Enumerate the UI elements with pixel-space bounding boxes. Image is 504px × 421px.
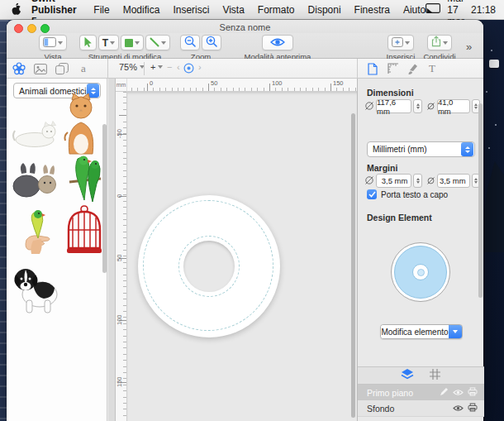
star <box>495 124 497 126</box>
sidebar-scrollbar[interactable] <box>102 124 107 273</box>
panel-scrollbar[interactable] <box>478 103 483 298</box>
menu-clock-time[interactable]: 21:18 <box>471 4 496 16</box>
chevron-down-icon <box>453 330 458 333</box>
menu-item-finestra[interactable]: Finestra <box>354 4 390 16</box>
wrap-text-checkbox-row: Porta testo a capo <box>367 189 448 199</box>
edit-element-button[interactable]: Modifica elemento <box>380 324 463 339</box>
shape-tool-button[interactable] <box>121 35 144 50</box>
tab-inspector-geometry[interactable] <box>385 62 400 75</box>
dimensions-heading: Dimensioni <box>367 88 414 98</box>
cd-template-disc[interactable] <box>138 195 280 337</box>
nav-back-button[interactable]: ‹ <box>177 62 180 72</box>
select-tool-button[interactable] <box>79 35 97 50</box>
outer-diameter-stepper[interactable] <box>413 99 421 113</box>
ruler-unit: mm <box>116 82 126 88</box>
apple-menu-icon[interactable] <box>11 3 21 16</box>
wrap-text-label: Porta testo a capo <box>381 190 448 199</box>
clipart-black-white-puppy[interactable] <box>12 263 59 318</box>
menu-item-vista[interactable]: Vista <box>222 4 244 16</box>
cd-design-preview <box>391 242 450 302</box>
divider <box>107 59 108 79</box>
visibility-eye-icon[interactable] <box>453 388 464 398</box>
canvas-scrollbar[interactable] <box>351 113 355 418</box>
zoom-in-button[interactable] <box>202 35 221 50</box>
edit-element-dropdown[interactable] <box>449 325 462 338</box>
dimensions-row: 117,6 mm 41,0 mm <box>364 98 480 114</box>
share-button[interactable] <box>427 35 452 50</box>
toolbar-group-tools: T Strumenti di modifica <box>81 35 169 61</box>
menu-item-aiuto[interactable]: Aiuto <box>403 4 426 16</box>
margin-outer-field[interactable]: 3,5 mm <box>376 174 411 188</box>
clipart-red-birdcage[interactable] <box>64 205 104 260</box>
text-tool-icon: T <box>102 37 108 49</box>
window-title: Senza nome <box>7 22 483 32</box>
h-tick: 50 <box>211 79 217 87</box>
vista-button[interactable] <box>39 35 67 50</box>
design-element-heading: Design Element <box>367 213 432 222</box>
visibility-eye-icon[interactable] <box>453 404 464 414</box>
menu-item-disponi[interactable]: Disponi <box>308 4 341 16</box>
menu-bar: Swift Publisher 5 File Modifica Inserisc… <box>0 0 504 20</box>
tab-inspector-fill[interactable] <box>405 62 420 75</box>
tab-images[interactable] <box>33 62 48 75</box>
line-tool-button[interactable] <box>145 35 170 50</box>
screen-mirroring-icon[interactable] <box>426 3 440 16</box>
margin-outer-stepper[interactable] <box>413 174 421 188</box>
toolbar-group-share: Condividi <box>418 35 461 61</box>
layer-row-background[interactable]: Sfondo <box>358 400 484 417</box>
toolbar-overflow-button[interactable]: » <box>466 41 472 53</box>
title-bar[interactable]: Senza nome <box>7 20 483 33</box>
tab-inspector-document[interactable] <box>365 62 380 75</box>
print-icon[interactable] <box>468 403 478 414</box>
margin-inner-field[interactable]: 3,5 mm <box>437 174 470 188</box>
menu-item-formato[interactable]: Formato <box>258 4 295 16</box>
checkbox-checked-icon[interactable] <box>367 189 377 199</box>
inner-diameter-field[interactable]: 41,0 mm <box>437 99 470 113</box>
menu-item-inserisci[interactable]: Inserisci <box>173 4 209 16</box>
text-tool-button[interactable]: T <box>98 35 119 50</box>
preview-mode-button[interactable] <box>262 35 293 50</box>
divider <box>357 59 358 79</box>
zoom-minus[interactable]: − <box>167 62 172 72</box>
clipart-rabbit-pair[interactable] <box>10 162 58 202</box>
print-icon[interactable] <box>468 387 478 398</box>
zoom-step-control[interactable]: + <box>150 62 163 72</box>
tab-text-styles[interactable]: a <box>76 62 91 75</box>
insert-button[interactable] <box>388 35 414 50</box>
pencil-icon[interactable] <box>440 387 449 398</box>
tab-shapes[interactable] <box>55 62 69 75</box>
center-target-button[interactable] <box>183 63 194 74</box>
letter-a-icon: a <box>81 62 86 75</box>
design-canvas[interactable] <box>127 92 357 421</box>
clipart-orange-kitten[interactable] <box>61 93 101 159</box>
share-icon <box>431 36 441 50</box>
clipart-parrot-on-hand[interactable] <box>20 207 53 258</box>
outer-diameter-field[interactable]: 117,6 mm <box>376 99 411 113</box>
menu-item-file[interactable]: File <box>93 4 109 16</box>
clipart-white-cat[interactable] <box>12 117 58 152</box>
nav-forward-button[interactable]: › <box>198 62 202 72</box>
outer-diameter-icon <box>364 99 374 114</box>
layers-tab-icon[interactable] <box>401 368 414 384</box>
sub-toolbar: a 75% + − ‹ › <box>7 59 483 79</box>
cursor-arrow-icon <box>83 36 93 50</box>
pane-divider[interactable] <box>108 79 116 421</box>
v-tick: 100 <box>116 312 126 328</box>
layer-row-foreground[interactable]: Primo piano <box>358 385 484 400</box>
menu-item-modifica[interactable]: Modifica <box>123 4 160 16</box>
letter-T-icon: T <box>429 62 435 75</box>
desktop-file-icon[interactable] <box>489 60 499 68</box>
toolbar-group-vista: Vista <box>28 35 78 61</box>
clipart-green-parrots[interactable] <box>68 152 102 207</box>
v-tick: 0 <box>116 188 126 204</box>
zoom-level-control[interactable]: 75% <box>119 62 145 72</box>
zoom-level-value: 75% <box>119 62 137 72</box>
edit-element-label: Modifica elemento <box>381 325 449 338</box>
layers-tab-bar <box>358 366 484 385</box>
tab-inspector-text[interactable]: T <box>425 62 440 75</box>
units-select[interactable]: Millimetri (mm) <box>367 141 475 157</box>
grid-tab-icon[interactable] <box>429 368 441 384</box>
zoom-out-button[interactable] <box>180 35 200 50</box>
v-tick: -50 <box>116 126 126 142</box>
tab-clipart[interactable] <box>12 62 26 75</box>
